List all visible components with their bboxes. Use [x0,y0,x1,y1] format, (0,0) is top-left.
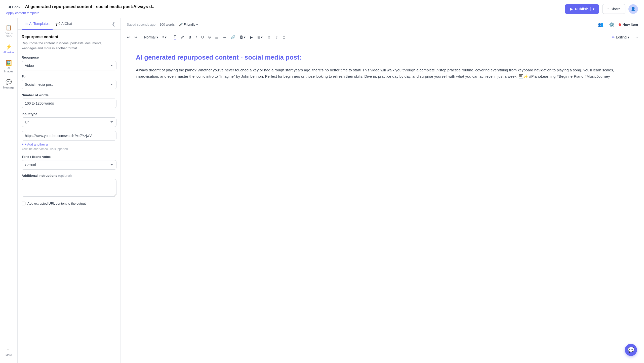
tone-select[interactable]: Casual Formal Friendly Professional [22,160,116,170]
more-options-icon: ⋯ [634,35,638,39]
words-group: Number of words [22,93,116,108]
editing-button[interactable]: ✏ Editing ▾ [610,34,631,41]
optional-label: (optional) [58,174,72,177]
special-char-button[interactable]: ∑ [273,34,280,41]
add-another-url-link[interactable]: + + Add another url [22,143,116,146]
numbered-list-button[interactable]: ≔ [221,34,228,41]
users-icon-button[interactable]: 👥 [596,20,605,29]
back-button[interactable]: ◀ Back [6,3,22,11]
repurpose-select[interactable]: Video Podcast Document Webpage [22,61,116,70]
panel-tabs: ⊞ AI Templates 💬 AIChat ❮ [18,18,120,30]
collapse-icon: ❮ [112,21,115,26]
emoji-button[interactable]: ☺ [265,34,273,41]
url-hint: Youtube and Vimeo urls supported. [22,147,116,151]
editor-meta: Saved seconds ago 100 words 🎤 Friendly ▾ [127,23,592,26]
input-type-group: Input type Url Text File [22,112,116,127]
sidebar-item-message[interactable]: 💬 Message [1,76,17,92]
editor-area: Saved seconds ago 100 words 🎤 Friendly ▾… [121,18,644,363]
chat-bubble-button[interactable]: 💬 [625,344,637,356]
new-item-indicator: New Item [619,23,638,27]
toolbar-divider-2 [170,35,170,40]
redo-button[interactable]: ↪ [132,34,139,41]
new-item-dot [619,23,621,26]
additional-label: Additional instructions (optional) [22,174,116,177]
tone-selector[interactable]: 🎤 Friendly ▾ [179,23,198,26]
page-title: AI generated repurposed content - social… [25,4,154,9]
table-chevron-icon: ▾ [261,35,263,39]
url-input[interactable] [22,131,116,141]
chat-bubble-icon: 💬 [628,347,634,353]
play-button[interactable]: ▶ [248,34,255,41]
text-align-button[interactable]: ≡ ▾ [160,34,169,41]
align-chevron-icon: ▾ [165,35,167,39]
highlight-button[interactable]: 🖊 [179,34,186,41]
format-clear-button[interactable]: ⊡ [280,34,288,41]
tab-aichat[interactable]: 💬 AIChat [53,18,75,30]
document-title: AI generated repurposed content - social… [136,53,629,62]
bold-icon: B [189,35,191,39]
repurpose-label: Repurpose [22,56,116,59]
apply-template-link[interactable]: Apply content template [6,11,154,15]
format-clear-icon: ⊡ [283,35,286,39]
more-icon: ··· [7,347,11,352]
image-icon: 🖼 [240,35,243,39]
underline-phrase-1: day by day [392,74,410,78]
section-title: Repurpose content [22,35,116,39]
underline-button[interactable]: U [199,34,206,41]
numbered-list-icon: ≔ [223,35,226,39]
publish-icon: ▶ [570,7,573,11]
document-body[interactable]: Always dreamt of playing the piano? Whet… [136,67,629,80]
tab-ai-templates[interactable]: ⊞ AI Templates [22,18,53,30]
saved-status: Saved seconds ago [127,23,155,26]
share-button[interactable]: ↑ Share [602,4,625,14]
panel-content: Repurpose content Repurpose the content … [18,30,120,363]
format-select[interactable]: Normal ▾ [143,34,160,40]
words-input[interactable] [22,99,116,108]
link-icon: 🔗 [231,35,235,39]
checkbox-label[interactable]: Add extracted URL content to the output [27,202,86,205]
text-color-button[interactable]: T [172,33,178,41]
ai-images-icon: 🖼️ [6,60,12,66]
panel-collapse-button[interactable]: ❮ [111,20,116,28]
input-type-select[interactable]: Url Text File [22,117,116,127]
publish-button[interactable]: ▶ Publish ▾ [565,4,599,14]
additional-textarea[interactable] [22,179,116,197]
underline-phrase-2: just [498,74,503,78]
ai-templates-tab-icon: ⊞ [25,22,28,26]
word-count: 100 words [159,23,175,26]
section-description: Repurpose the content in videos, podcast… [22,41,116,51]
table-icon: ⊞ [257,35,260,39]
undo-button[interactable]: ↩ [125,34,132,41]
additional-group: Additional instructions (optional) [22,174,116,198]
tone-chevron-icon: ▾ [196,23,198,26]
editor-content[interactable]: AI generated repurposed content - social… [121,43,644,363]
sidebar-item-ai-writer[interactable]: ⚡ AI Writer [1,41,17,56]
link-button[interactable]: 🔗 [229,34,237,41]
table-button[interactable]: ⊞ ▾ [255,34,265,41]
extract-url-checkbox[interactable] [22,202,25,205]
toolbar-divider-1 [141,35,141,40]
sidebar-item-ai-images[interactable]: 🖼️ AI Images [1,57,17,75]
settings-icon-button[interactable]: ⚙️ [608,20,616,29]
bold-button[interactable]: B [187,34,193,41]
image-chevron-icon: ▾ [244,35,246,39]
bullet-list-button[interactable]: ☰ [213,34,220,41]
sidebar-item-more[interactable]: ··· More [1,344,17,359]
image-button[interactable]: 🖼 ▾ [238,34,248,41]
header-left: ◀ Back AI generated repurposed content -… [6,3,154,15]
highlight-icon: 🖊 [181,35,184,39]
brief-seo-icon: 📋 [6,25,12,31]
bullet-list-icon: ☰ [215,35,218,39]
avatar[interactable]: 👤 [628,4,638,14]
italic-button[interactable]: I [194,34,199,41]
to-select[interactable]: Social media post Blog post Newsletter T… [22,80,116,89]
redo-icon: ↪ [134,35,137,39]
special-char-icon: ∑ [275,35,278,39]
side-panel: ⊞ AI Templates 💬 AIChat ❮ Repurpose cont… [18,18,121,363]
words-label: Number of words [22,93,116,97]
header-actions: ▶ Publish ▾ ↑ Share 👤 [565,4,638,14]
sidebar-item-brief-seo[interactable]: 📋 Brief + SEO [1,22,17,40]
strikethrough-button[interactable]: S [206,34,213,41]
share-icon: ↑ [607,7,609,11]
more-options-button[interactable]: ⋯ [632,34,640,41]
